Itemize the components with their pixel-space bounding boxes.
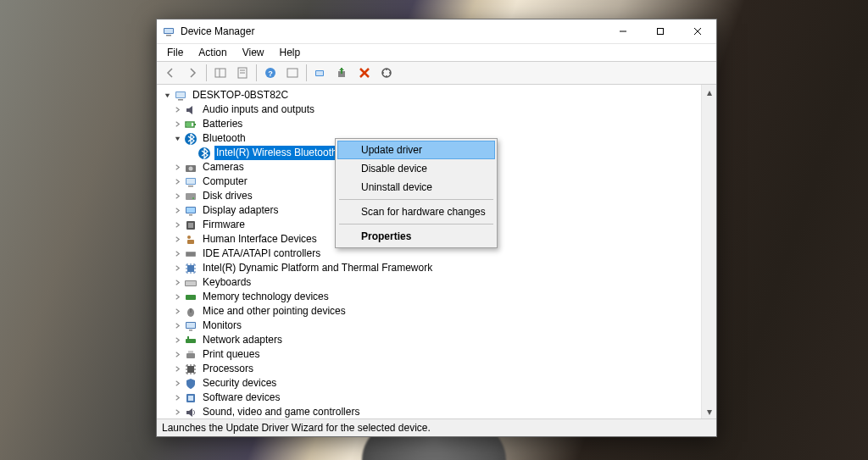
disable-button[interactable] bbox=[354, 63, 375, 83]
chevron-right-icon[interactable] bbox=[170, 219, 184, 232]
chevron-right-icon[interactable] bbox=[170, 348, 184, 362]
chevron-right-icon[interactable] bbox=[170, 377, 184, 391]
close-button[interactable] bbox=[679, 19, 716, 43]
tree-category[interactable]: Monitors bbox=[157, 319, 701, 333]
context-menu: Update driver Disable device Uninstall d… bbox=[335, 138, 498, 248]
svg-rect-48 bbox=[186, 281, 196, 285]
category-label: Memory technology devices bbox=[201, 290, 331, 304]
tree-category[interactable]: Network adapters bbox=[157, 333, 701, 347]
forward-button[interactable] bbox=[182, 63, 203, 83]
keyboard-icon bbox=[184, 276, 198, 290]
security-icon bbox=[184, 377, 198, 391]
scroll-up-icon[interactable]: ▴ bbox=[702, 85, 716, 99]
category-label: Firmware bbox=[201, 218, 247, 232]
tree-root[interactable]: DESKTOP-0BST82C bbox=[157, 88, 701, 103]
chevron-right-icon[interactable] bbox=[170, 334, 184, 347]
chevron-right-icon[interactable] bbox=[170, 103, 184, 117]
tree-category[interactable]: Processors bbox=[157, 362, 701, 376]
tree-category[interactable]: Keyboards bbox=[157, 275, 701, 290]
chevron-down-icon[interactable] bbox=[170, 132, 184, 146]
menu-item-update-driver[interactable]: Update driver bbox=[337, 141, 495, 159]
vertical-scrollbar[interactable]: ▴ ▾ bbox=[701, 85, 716, 418]
maximize-button[interactable] bbox=[642, 19, 679, 43]
svg-rect-38 bbox=[189, 214, 192, 216]
chevron-down-icon[interactable] bbox=[160, 89, 174, 103]
content-area: DESKTOP-0BST82C Audio inputs and outputs… bbox=[157, 85, 716, 418]
scroll-down-icon[interactable]: ▾ bbox=[702, 404, 716, 418]
svg-rect-14 bbox=[287, 69, 298, 77]
chevron-right-icon[interactable] bbox=[170, 204, 184, 218]
update-driver-button[interactable] bbox=[310, 63, 331, 83]
category-label: Computer bbox=[201, 175, 249, 189]
svg-rect-23 bbox=[178, 99, 183, 101]
toolbar-separator bbox=[256, 64, 257, 81]
menu-help[interactable]: Help bbox=[273, 45, 308, 60]
menu-item-disable-device[interactable]: Disable device bbox=[337, 159, 495, 178]
svg-rect-49 bbox=[186, 295, 196, 300]
menu-action[interactable]: Action bbox=[192, 45, 233, 60]
category-label: Mice and other pointing devices bbox=[201, 304, 348, 319]
menu-file[interactable]: File bbox=[160, 45, 190, 60]
chevron-right-icon[interactable] bbox=[170, 305, 184, 319]
audio-icon bbox=[184, 103, 198, 117]
titlebar[interactable]: Device Manager bbox=[157, 19, 716, 44]
tree-category[interactable]: Sound, video and game controllers bbox=[157, 405, 701, 418]
network-icon bbox=[184, 334, 198, 347]
memory-icon bbox=[184, 291, 198, 304]
computer-icon bbox=[174, 89, 187, 103]
tree-root-label: DESKTOP-0BST82C bbox=[191, 88, 290, 103]
menu-item-uninstall-device[interactable]: Uninstall device bbox=[337, 178, 495, 197]
category-label: Batteries bbox=[201, 117, 244, 131]
svg-rect-40 bbox=[188, 223, 193, 228]
minimize-button[interactable] bbox=[604, 19, 642, 43]
show-hide-tree-button[interactable] bbox=[210, 63, 231, 83]
menu-item-scan-hardware[interactable]: Scan for hardware changes bbox=[337, 202, 495, 221]
chevron-right-icon[interactable] bbox=[170, 190, 184, 203]
uninstall-button[interactable] bbox=[332, 63, 353, 83]
svg-rect-4 bbox=[658, 29, 664, 35]
chevron-blank bbox=[184, 147, 198, 160]
chevron-right-icon[interactable] bbox=[170, 175, 184, 189]
menu-view[interactable]: View bbox=[236, 45, 271, 60]
back-button[interactable] bbox=[160, 63, 181, 83]
tree-category[interactable]: Batteries bbox=[157, 117, 701, 131]
chevron-right-icon[interactable] bbox=[170, 406, 184, 419]
menu-separator bbox=[339, 199, 493, 200]
computer-icon bbox=[184, 175, 198, 189]
bluetooth-icon bbox=[198, 147, 211, 160]
tree-category[interactable]: Audio inputs and outputs bbox=[157, 103, 701, 117]
chevron-right-icon[interactable] bbox=[170, 233, 184, 247]
tree-category[interactable]: IDE ATA/ATAPI controllers bbox=[157, 247, 701, 261]
bluetooth-icon bbox=[184, 132, 198, 146]
chevron-right-icon[interactable] bbox=[170, 276, 184, 290]
help-button[interactable]: ? bbox=[260, 63, 281, 83]
hid-icon bbox=[184, 233, 198, 247]
chevron-right-icon[interactable] bbox=[170, 391, 184, 405]
chevron-right-icon[interactable] bbox=[170, 363, 184, 376]
chevron-right-icon[interactable] bbox=[170, 262, 184, 275]
tree-category[interactable]: Software devices bbox=[157, 391, 701, 405]
action-button[interactable] bbox=[282, 63, 303, 83]
chevron-right-icon[interactable] bbox=[170, 247, 184, 261]
chevron-right-icon[interactable] bbox=[170, 319, 184, 333]
tree-category[interactable]: Intel(R) Dynamic Platform and Thermal Fr… bbox=[157, 261, 701, 275]
tree-category[interactable]: Mice and other pointing devices bbox=[157, 304, 701, 319]
svg-rect-34 bbox=[186, 193, 196, 200]
device-tree[interactable]: DESKTOP-0BST82C Audio inputs and outputs… bbox=[157, 85, 701, 418]
mouse-icon bbox=[184, 305, 198, 319]
properties-button[interactable] bbox=[232, 63, 253, 83]
tree-category[interactable]: Security devices bbox=[157, 376, 701, 391]
svg-rect-61 bbox=[188, 396, 193, 401]
tree-category[interactable]: Memory technology devices bbox=[157, 290, 701, 304]
menu-item-properties[interactable]: Properties bbox=[337, 227, 495, 246]
chevron-right-icon[interactable] bbox=[170, 161, 184, 175]
chevron-right-icon[interactable] bbox=[170, 291, 184, 304]
scan-hardware-button[interactable] bbox=[376, 63, 397, 83]
menu-separator bbox=[339, 224, 493, 224]
menu-item-label: Update driver bbox=[361, 144, 422, 156]
window-title: Device Manager bbox=[181, 25, 254, 37]
tree-category[interactable]: Print queues bbox=[157, 347, 701, 362]
svg-rect-55 bbox=[186, 339, 196, 343]
svg-rect-2 bbox=[164, 29, 173, 33]
chevron-right-icon[interactable] bbox=[170, 118, 184, 131]
